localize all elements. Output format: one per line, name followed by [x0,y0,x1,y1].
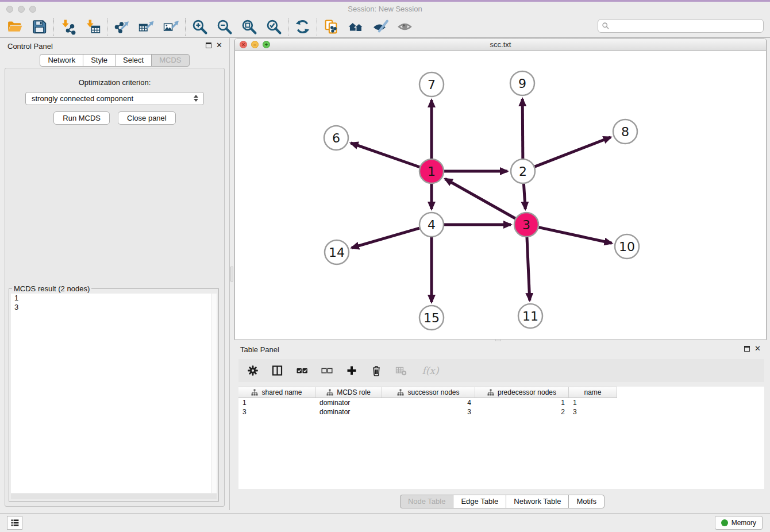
hide-selected-button[interactable] [368,17,393,37]
graph-node-14[interactable]: 14 [325,240,349,264]
tab-network[interactable]: Network [40,54,83,67]
table-cell[interactable]: 1 [475,399,569,407]
window-controls[interactable] [6,6,36,13]
table-cell[interactable]: 3 [238,408,315,416]
graph-node-10[interactable]: 10 [615,234,639,259]
import-table-icon [84,18,101,35]
import-table-button[interactable] [80,17,105,37]
network-window-controls[interactable]: ✕ − + [240,41,270,48]
svg-text:14: 14 [329,245,345,260]
graph-node-2[interactable]: 2 [511,159,535,183]
export-image-button[interactable] [159,17,183,37]
graph-node-15[interactable]: 15 [419,306,444,330]
graph-node-4[interactable]: 4 [419,213,444,237]
graph-edge-1-6[interactable] [351,143,419,167]
table-cell[interactable]: dominator [315,408,382,416]
zoom-fit-button[interactable] [237,17,261,37]
graph-edge-3-11[interactable] [527,237,530,300]
tab-mcds[interactable]: MCDS [151,54,189,67]
memory-button[interactable]: Memory [715,516,763,530]
optimization-criterion-select[interactable]: strongly connected component [25,92,204,105]
column-header-mcds-role[interactable]: MCDS role [315,387,382,398]
table-cell[interactable]: 3 [382,408,475,416]
close-panel-icon[interactable]: ✕ [216,43,222,48]
function-builder-button[interactable]: f(x) [419,363,442,378]
tab-select[interactable]: Select [115,54,152,67]
run-mcds-button[interactable]: Run MCDS [53,111,110,125]
minimize-network-icon[interactable]: − [251,41,259,48]
toggle-panel-button[interactable] [271,363,284,378]
network-canvas[interactable]: 1234678910111415 [235,51,766,340]
graph-edge-2-9[interactable] [522,99,523,159]
task-history-button[interactable] [7,516,22,530]
deselect-all-button[interactable] [320,363,334,378]
first-neighbors-button[interactable] [344,17,368,37]
graph-edge-3-10[interactable] [538,228,611,244]
delete-column-button[interactable] [369,363,383,378]
svg-text:4: 4 [428,218,436,232]
float-table-panel-icon[interactable] [744,346,750,352]
graph-edge-3-1[interactable] [445,179,515,218]
select-all-button[interactable] [295,363,309,378]
show-all-button[interactable] [393,17,418,37]
save-session-button[interactable] [27,17,52,37]
float-panel-icon[interactable] [206,43,211,48]
graph-edge-4-14[interactable] [352,228,419,248]
graph-node-1[interactable]: 1 [419,159,444,183]
result-horizontal-scrollbar[interactable] [11,494,217,499]
table-tab-node-table[interactable]: Node Table [400,495,454,508]
maximize-window-icon[interactable] [29,6,36,13]
graph-node-3[interactable]: 3 [514,213,538,237]
column-header-successor-nodes[interactable]: successor nodes [382,387,475,398]
network-graph[interactable]: 1234678910111415 [235,51,766,340]
graph-node-8[interactable]: 8 [613,119,637,144]
graph-node-9[interactable]: 9 [510,71,534,95]
zoom-out-button[interactable] [212,17,237,37]
splitter-grip[interactable] [230,267,233,282]
table-tab-edge-table[interactable]: Edge Table [453,495,506,508]
mcds-result-list[interactable]: 13 [11,294,217,493]
graph-node-7[interactable]: 7 [419,72,444,97]
column-header-predecessor-nodes[interactable]: predecessor nodes [475,387,569,398]
table-cell[interactable]: 1 [238,399,315,407]
table-row[interactable]: 1dominator411 [238,398,764,407]
graph-edge-2-3[interactable] [523,184,525,209]
table-cell[interactable]: 4 [382,399,475,407]
graph-node-6[interactable]: 6 [324,126,348,150]
close-table-panel-icon[interactable]: ✕ [754,346,761,352]
table-cell[interactable]: dominator [315,399,382,407]
table-row[interactable]: 3dominator323 [238,407,764,417]
node-table[interactable]: shared nameMCDS rolesuccessor nodesprede… [238,387,764,489]
network-from-selection-button[interactable] [319,17,344,37]
import-network-button[interactable] [56,17,80,37]
delete-table-button[interactable] [394,363,408,378]
close-window-icon[interactable] [6,6,13,13]
export-network-button[interactable] [109,17,134,37]
column-header-shared-name[interactable]: shared name [238,387,315,398]
graph-edge-2-8[interactable] [535,137,611,167]
open-session-button[interactable] [2,17,27,37]
close-network-icon[interactable]: ✕ [240,41,247,48]
add-column-button[interactable] [345,363,359,378]
panel-splitter-vertical[interactable] [230,38,234,510]
graph-node-11[interactable]: 11 [518,304,542,328]
import-network-icon [60,18,76,35]
export-table-button[interactable] [134,17,159,37]
zoom-in-button[interactable] [187,17,212,37]
result-vertical-scrollbar[interactable] [211,294,217,493]
table-cell[interactable]: 3 [569,408,617,416]
maximize-network-icon[interactable]: + [263,41,270,48]
column-settings-button[interactable] [246,363,260,378]
zoom-selected-button[interactable] [261,17,286,37]
table-tab-network-table[interactable]: Network Table [506,495,569,508]
apply-layout-button[interactable] [290,17,315,37]
column-header-name[interactable]: name [569,387,617,398]
close-panel-button[interactable]: Close panel [118,111,176,125]
search-field[interactable] [598,19,764,33]
table-cell[interactable]: 2 [475,408,569,416]
search-input[interactable] [612,22,760,30]
table-cell[interactable]: 1 [569,399,617,407]
tab-style[interactable]: Style [83,54,116,67]
minimize-window-icon[interactable] [18,6,25,13]
table-tab-motifs[interactable]: Motifs [568,495,605,508]
